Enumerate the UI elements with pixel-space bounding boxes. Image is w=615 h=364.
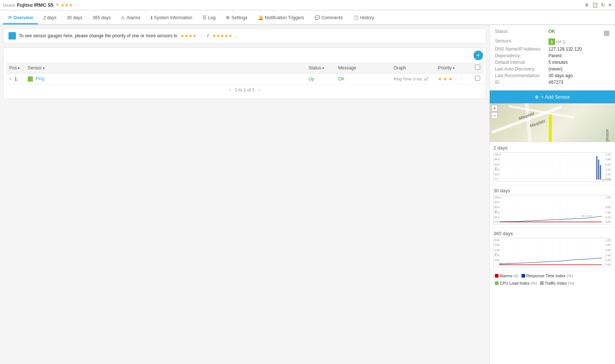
col-priority[interactable]: Priority <box>435 62 472 73</box>
prev-page[interactable]: ‹ <box>229 87 231 93</box>
graph-icon[interactable]: 📈 <box>424 76 429 81</box>
autodiscovery-label: Last Auto-Discovery: <box>495 66 548 72</box>
refresh-icon[interactable]: ↻ <box>601 2 605 8</box>
star2[interactable]: ★ <box>443 76 447 82</box>
svg-text:0.60: 0.60 <box>605 206 611 209</box>
tab-sysinfo[interactable]: ℹ System Information <box>146 12 197 24</box>
info-bar: To see sensor gauges here, please change… <box>3 28 486 44</box>
map-controls: + − <box>491 105 498 119</box>
chart-2days-container[interactable]: 100.0 80.0 60.0 40.0 20.0 0.0 % 1.00 0.8… <box>493 152 611 182</box>
col-sensor[interactable]: Sensor <box>25 62 306 73</box>
chart-365days-title: 365 days <box>493 231 611 236</box>
info-period: . <box>235 33 237 38</box>
chart-2days-svg: 100.0 80.0 60.0 40.0 20.0 0.0 % 1.00 0.8… <box>494 152 611 181</box>
svg-text:80.0: 80.0 <box>495 201 500 203</box>
sensors-label: Sensors: <box>495 38 548 45</box>
sensor-status-icon <box>28 76 33 82</box>
right-panel: Status: OK ▦ Sensors: 1 (of 1) DNS Name/… <box>489 25 615 364</box>
col-pos[interactable]: Pos <box>6 62 25 73</box>
map-zoom-out[interactable]: − <box>491 112 498 119</box>
status-row: Status: OK ▦ <box>495 29 610 37</box>
tab-history[interactable]: 🕐 History <box>348 12 379 24</box>
chart-30days-svg: 100.0 80.0 60.0 40.0 20.0 0.0 % 1.00 0.6… <box>494 195 611 224</box>
add-sensor-button[interactable]: ⊕ + Add Sensor <box>490 90 615 103</box>
svg-text:%: % <box>495 210 497 212</box>
add-row-icon[interactable]: + <box>9 76 12 82</box>
svg-rect-23 <box>598 160 599 180</box>
legend-traffic-label: Traffic Index <box>545 281 567 285</box>
svg-text:100.0: 100.0 <box>495 196 501 199</box>
log-icon: ☰ <box>203 15 207 20</box>
chart-30days-title: 30 days <box>493 188 611 193</box>
top-icons: ⏸ 📋 ↻ ✕ <box>584 2 612 8</box>
row-select-checkbox[interactable] <box>475 76 480 81</box>
svg-text:1.00: 1.00 <box>605 153 611 156</box>
svg-text:0.20: 0.20 <box>605 173 611 176</box>
chart-365days-container[interactable]: 0.80 0.60 0.40 0.20 0.00 % 1.00 0.80 0.6… <box>493 238 611 267</box>
tab-settings[interactable]: ⚙ Settings <box>221 12 252 24</box>
svg-text:0.80: 0.80 <box>495 239 500 241</box>
legend-response-dot <box>521 274 525 278</box>
chart-365days-section: 365 days 0.80 0.60 0.40 0.20 0.00 % 1.00… <box>490 228 615 271</box>
tab-2days[interactable]: 2 days <box>38 12 61 24</box>
chart-365days-svg: 0.80 0.60 0.40 0.20 0.00 % 1.00 0.80 0.6… <box>494 238 611 267</box>
add-row-button[interactable]: + <box>473 51 483 60</box>
chart-30days-container[interactable]: 100.0 80.0 60.0 40.0 20.0 0.0 % 1.00 0.6… <box>493 195 611 224</box>
col-checkbox-header[interactable] <box>472 62 483 73</box>
svg-text:0.40: 0.40 <box>605 254 611 257</box>
device-name: Fujitsu IRMC S5 <box>17 2 54 8</box>
history-icon: 🕐 <box>353 15 359 20</box>
star5[interactable]: ☆ <box>459 76 463 82</box>
row-checkbox[interactable] <box>472 73 483 85</box>
chart-2days-title: 2 days <box>493 145 611 151</box>
next-page[interactable]: › <box>259 87 260 93</box>
info-icon: ℹ <box>151 15 153 20</box>
sensors-of: (of 1) <box>556 40 566 44</box>
pause-icon[interactable]: ⏸ <box>584 2 589 8</box>
legend-alarms: Alarms (#) <box>495 274 519 278</box>
info-message: To see sensor gauges here, please change… <box>19 33 177 38</box>
add-sensor-plus-icon: ⊕ <box>535 94 539 100</box>
svg-text:0.0: 0.0 <box>495 178 498 180</box>
select-all-checkbox[interactable] <box>475 65 480 70</box>
star3[interactable]: ★ <box>449 76 453 82</box>
tab-notifications[interactable]: 🔔 Notification Triggers <box>253 12 309 24</box>
id-value: #87273 <box>548 80 563 85</box>
interval-value: 5 minutes <box>548 60 568 65</box>
map-zoom-in[interactable]: + <box>491 105 498 111</box>
svg-text:1.00: 1.00 <box>605 196 611 199</box>
autodiscovery-row: Last Auto-Discovery: (never) <box>495 66 610 72</box>
svg-text:0.00: 0.00 <box>495 259 500 261</box>
sensors-row: Sensors: 1 (of 1) <box>495 38 610 45</box>
tab-log[interactable]: ☰ Log <box>197 12 221 24</box>
svg-text:20.0: 20.0 <box>495 173 500 176</box>
qr-icon[interactable]: ▦ <box>604 29 610 37</box>
svg-text:0.0: 0.0 <box>495 220 498 223</box>
tab-365days[interactable]: 365 days <box>88 12 116 24</box>
svg-text:100.0: 100.0 <box>495 153 501 156</box>
tab-overview[interactable]: ⟳ Overview <box>3 12 38 24</box>
legend-response: Response Time Index (%) <box>521 274 573 278</box>
close-icon[interactable]: ✕ <box>608 2 612 8</box>
svg-text:arlstraße: arlstraße <box>605 129 609 142</box>
star1[interactable]: ★ <box>438 76 442 82</box>
row-priority: ★ ★ ★ ☆ ☆ <box>435 73 472 85</box>
status-value: OK <box>548 29 555 37</box>
interval-row: Default Interval: 5 minutes <box>495 60 610 65</box>
legend-response-label: Response Time Index <box>526 274 565 278</box>
star4[interactable]: ☆ <box>454 76 458 82</box>
graph-value: 0 ms <box>413 77 422 81</box>
svg-text:0.80: 0.80 <box>605 158 611 161</box>
legend-response-unit: (%) <box>567 274 573 278</box>
left-content: To see sensor gauges here, please change… <box>0 25 489 364</box>
tab-comments[interactable]: 💬 Comments <box>309 12 348 24</box>
tab-alarms[interactable]: ⚠ Alarms <box>116 12 145 24</box>
copy-icon[interactable]: 📋 <box>592 2 598 8</box>
row-sensor: Ping <box>25 73 306 85</box>
sensor-link[interactable]: Ping <box>35 76 44 81</box>
col-status[interactable]: Status <box>306 62 335 73</box>
table-toolbar: + <box>6 51 483 60</box>
edit-icon[interactable]: ✎ <box>56 3 59 7</box>
tab-30days[interactable]: 30 days <box>62 12 88 24</box>
chart-2days-section: 2 days 100.0 80.0 60.0 40.0 20.0 <box>490 142 615 185</box>
